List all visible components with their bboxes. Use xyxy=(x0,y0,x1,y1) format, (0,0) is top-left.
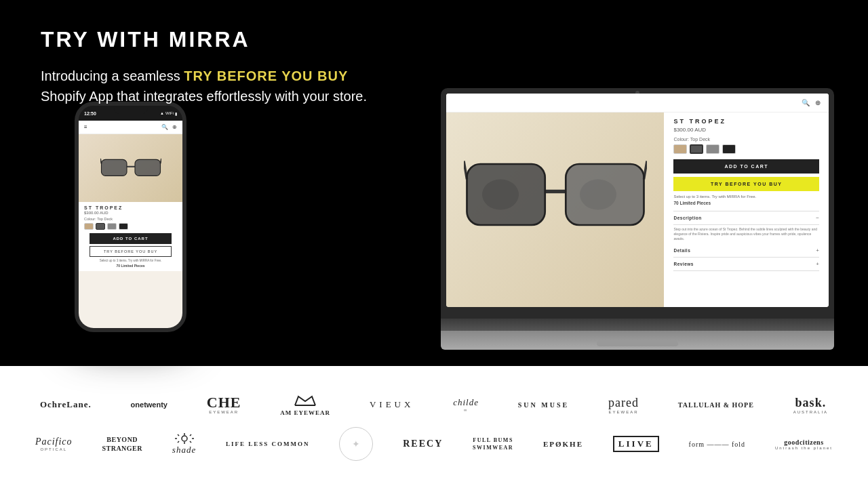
brand-formfold: form ——— fold xyxy=(689,441,746,448)
laptop-colour-label: Colour: Top Deck xyxy=(673,137,819,142)
laptop-cart-icon[interactable]: ⊕ xyxy=(815,99,821,106)
brands-row-2: Pacifico OPTICAL BEYONDSTRANGER shade LI… xyxy=(20,427,848,461)
laptop-colour-swatches xyxy=(673,144,819,154)
accordion-description[interactable]: Description − xyxy=(673,211,819,225)
bask-sub: AUSTRALIA xyxy=(793,410,828,414)
search-icon[interactable]: 🔍 xyxy=(161,124,168,130)
phone-product-price: $300.00 AUD xyxy=(84,211,177,215)
laptop-swatch-tan[interactable] xyxy=(673,144,687,154)
laptop-swatch-grey[interactable] xyxy=(706,144,719,154)
hero-subtitle: Introducing a seamless TRY BEFORE YOU BU… xyxy=(41,66,367,106)
fullbums-logo: FULL BUMSSWIMWEAR xyxy=(473,436,513,451)
accordion-details-icon: + xyxy=(816,247,819,253)
pacifico-sub: OPTICAL xyxy=(40,447,67,451)
svg-line-22 xyxy=(178,434,179,436)
laptop-hinge xyxy=(441,319,834,331)
phone-product-name: ST TROPEZ xyxy=(84,205,177,210)
sunglasses-svg-phone xyxy=(100,153,161,184)
ochrelane-logo: OchreLane. xyxy=(40,399,92,410)
brand-bask: bask. AUSTRALIA xyxy=(793,396,828,414)
phone-mockup: 12:50 ▲ WiFi ▮ ≡ 🔍 ⊕ xyxy=(75,102,186,332)
brand-pacifico: Pacifico OPTICAL xyxy=(35,436,73,451)
swatch-grey[interactable] xyxy=(107,223,117,230)
laptop-nav-bar: 🔍 ⊕ xyxy=(446,94,829,113)
formfold-logo: form ——— fold xyxy=(689,441,746,448)
svg-rect-1 xyxy=(135,159,161,176)
pacifico-logo: Pacifico xyxy=(35,436,73,447)
che-sub: EYEWEAR xyxy=(209,410,239,414)
decorative-circle: ✦ xyxy=(339,427,373,461)
laptop-search-icon[interactable]: 🔍 xyxy=(802,99,810,106)
accordion-description-icon: − xyxy=(816,215,819,221)
brand-pared: pared EYEWEAR xyxy=(608,396,639,414)
phone-status-icons: ▲ WiFi ▮ xyxy=(160,111,177,116)
laptop-image-panel xyxy=(446,94,664,307)
phone-time: 12:50 xyxy=(84,111,96,116)
hero-text-block: TRY WITH MIRRA Introducing a seamless TR… xyxy=(41,27,367,106)
brand-che: CHE EYEWEAR xyxy=(207,395,241,414)
laptop-swatch-dark[interactable] xyxy=(690,144,703,154)
accordion-reviews-label: Reviews xyxy=(673,262,694,266)
phone-colour-swatches xyxy=(84,223,177,230)
phone-limited-text: 70 Limited Pieces xyxy=(84,264,177,268)
onetwenty-logo: onetwenty xyxy=(131,401,167,409)
phone-product-info: ST TROPEZ $300.00 AUD Colour: Top Deck A… xyxy=(79,202,182,271)
svg-point-15 xyxy=(580,179,616,209)
vieux-logo: VIEUX xyxy=(370,399,414,410)
goodcitizens-sub: Untrash the planet xyxy=(775,446,833,450)
laptop-screen-frame: 🔍 ⊕ xyxy=(441,88,834,319)
brand-ameyewear: AM EYEWEAR xyxy=(280,393,330,416)
wifi-icon: WiFi xyxy=(165,111,174,116)
childe-sub: ∞ xyxy=(464,408,468,412)
lifelesscommon-logo: LIFE LESS COMMON xyxy=(226,441,310,447)
brand-shade: shade xyxy=(172,432,196,455)
menu-icon[interactable]: ≡ xyxy=(84,124,87,130)
cart-icon[interactable]: ⊕ xyxy=(172,124,177,130)
swatch-dark-active[interactable] xyxy=(96,223,105,230)
brand-beyond: BEYONDSTRANGER xyxy=(102,435,142,453)
accordion-description-label: Description xyxy=(673,216,701,220)
phone-try-btn[interactable]: TRY BEFORE YOU BUY xyxy=(90,246,172,257)
shade-sun-icon xyxy=(174,432,195,445)
phone-status-bar: 12:50 ▲ WiFi ▮ xyxy=(79,106,182,121)
accordion-reviews[interactable]: Reviews + xyxy=(673,258,819,271)
accordion-details[interactable]: Details + xyxy=(673,244,819,258)
laptop-try-btn[interactable]: TRY BEFORE YOU BUY xyxy=(673,177,819,191)
laptop-add-cart-btn[interactable]: ADD TO CART xyxy=(673,159,819,174)
swatch-tan[interactable] xyxy=(84,223,94,230)
phone-add-to-cart-btn[interactable]: ADD TO CART xyxy=(90,233,172,244)
che-logo: CHE xyxy=(207,395,241,410)
epokhe-logo: EPØKHE xyxy=(543,440,583,448)
laptop-select-text: Select up to 3 items. Try with MIRRA for… xyxy=(673,195,819,199)
svg-point-14 xyxy=(482,179,519,209)
phone-nav-bar: ≡ 🔍 ⊕ xyxy=(79,121,182,134)
laptop-swatch-black[interactable] xyxy=(722,144,736,154)
hero-section: TRY WITH MIRRA Introducing a seamless TR… xyxy=(0,0,868,366)
brand-sunmuse: SUN MUSE xyxy=(518,401,569,409)
tagline-plain: Introducing a seamless xyxy=(41,68,184,83)
battery-icon: ▮ xyxy=(175,111,177,116)
sunmuse-logo: SUN MUSE xyxy=(518,401,569,409)
laptop-limited-text: 70 Limited Pieces xyxy=(673,201,819,205)
brands-section: OchreLane. onetwenty CHE EYEWEAR AM EYEW… xyxy=(0,366,868,488)
brand-tallulah: TALLULAH & HOPE xyxy=(678,401,754,409)
shade-logo: shade xyxy=(172,445,196,455)
liive-box: LIIVE xyxy=(613,436,659,452)
phone-colour-label: Colour: Top Deck xyxy=(84,217,177,221)
phone-select-text: Select up to 3 items. Try with MIRRA for… xyxy=(90,259,172,262)
svg-line-23 xyxy=(190,441,191,443)
brands-row-1: OchreLane. onetwenty CHE EYEWEAR AM EYEW… xyxy=(20,393,848,416)
svg-line-24 xyxy=(190,434,191,436)
brand-goodcitizens: goodcitizens Untrash the planet xyxy=(775,439,833,450)
app-title: TRY WITH MIRRA xyxy=(41,27,367,52)
childe-logo: childe xyxy=(453,397,479,408)
liive-logo: LIIVE xyxy=(618,439,654,449)
brand-onetwenty: onetwenty xyxy=(131,401,167,409)
laptop-product-price: $300.00 AUD xyxy=(673,127,819,133)
goodcitizens-logo: goodcitizens xyxy=(784,439,823,446)
tagline-end: Shopify App that integrates effortlessly… xyxy=(41,89,367,104)
beyond-logo: BEYONDSTRANGER xyxy=(102,435,142,453)
brand-ochrelane: OchreLane. xyxy=(40,399,92,410)
accordion-reviews-icon: + xyxy=(816,261,819,267)
swatch-black[interactable] xyxy=(119,223,128,230)
